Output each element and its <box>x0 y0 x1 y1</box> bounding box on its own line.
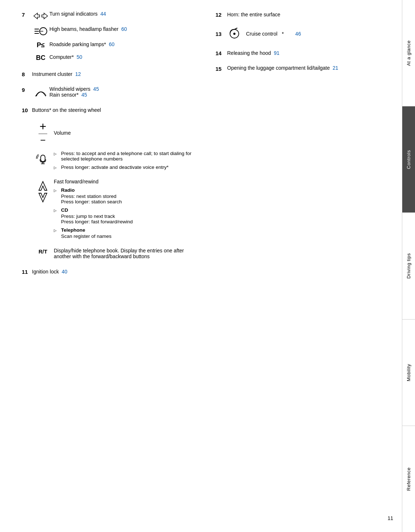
turn-signal-label: Turn signal indicators 44 <box>49 11 194 17</box>
phone-bullets: ▷ Press: to accept and end a telephone c… <box>54 151 194 173</box>
volume-group: + − Volume <box>32 121 194 145</box>
item-13-label: Cruise control <box>246 31 277 37</box>
sidebar-section-reference[interactable]: Reference <box>402 426 415 532</box>
item-number-7: 7 <box>22 11 32 18</box>
item-11-block: 11 Ignition lock 40 <box>22 268 194 275</box>
sidebar-section-at-a-glance[interactable]: At a glance <box>402 0 415 106</box>
item-8-page: 12 <box>75 71 81 77</box>
high-beams-label: High beams, headlamp flasher 60 <box>49 26 194 32</box>
item-13-block: 13 Cruise control* 46 <box>215 27 387 41</box>
item-number-15: 15 <box>215 65 227 72</box>
forward-rewind-group: Fast forward/rewind ▷ Radio Press: next … <box>32 179 194 242</box>
down-arrow-icon <box>37 193 48 203</box>
high-beams-row: High beams, headlamp flasher 60 <box>32 26 194 36</box>
rain-sensor-label: Rain sensor* 45 <box>49 92 99 98</box>
sidebar-section-driving-tips[interactable]: Driving tips <box>402 213 415 319</box>
item-9-block: 9 Windshield wipers 45 <box>22 86 194 98</box>
item-14-label: Releasing the hood <box>227 50 271 56</box>
svg-marker-1 <box>42 13 48 19</box>
item-15-block: 15 Opening the luggage compartment lid/t… <box>215 65 387 72</box>
item-15-page: 21 <box>333 65 338 71</box>
item-12-block: 12 Horn: the entire surface <box>215 11 387 18</box>
sidebar: At a glance Controls Driving tips Mobili… <box>402 0 415 532</box>
computer-icon: BC <box>32 54 49 62</box>
wipers-content: Windshield wipers 45 Rain sensor* 45 <box>49 86 99 98</box>
turn-signal-icon <box>32 11 49 21</box>
computer-label: Computer* 50 <box>49 54 194 60</box>
phone-button-icon <box>32 151 54 165</box>
item-12-label: Horn: the entire surface <box>227 12 280 17</box>
svg-marker-0 <box>34 13 40 19</box>
right-column: 12 Horn: the entire surface 13 <box>208 11 387 510</box>
item-10-block: 10 Buttons* on the steering wheel + − Vo… <box>22 106 194 259</box>
fast-forward-label: Fast forward/rewind <box>54 179 133 184</box>
volume-label: Volume <box>54 130 71 136</box>
up-arrow-icon <box>37 180 48 190</box>
sidebar-section-mobility[interactable]: Mobility <box>402 320 415 426</box>
item-number-13: 13 <box>215 30 227 37</box>
item-15-label: Opening the luggage compartment lid/tail… <box>227 65 330 71</box>
wipers-label: Windshield wipers 45 <box>49 86 99 92</box>
item-number-14: 14 <box>215 49 227 56</box>
sidebar-label-mobility: Mobility <box>406 364 411 381</box>
sidebar-section-controls[interactable]: Controls <box>402 106 415 213</box>
item-14-page: 91 <box>274 50 279 56</box>
svg-rect-8 <box>41 155 45 162</box>
turn-signal-row: Turn signal indicators 44 <box>32 11 194 21</box>
high-beams-icon <box>32 26 49 36</box>
item-number-9: 9 <box>22 86 32 93</box>
rt-icon: R/T <box>32 248 54 255</box>
item-11-page: 40 <box>62 269 68 275</box>
svg-line-14 <box>234 28 237 29</box>
item-8-label: Instrument cluster <box>32 71 72 77</box>
forward-rewind-content: Fast forward/rewind ▷ Radio Press: next … <box>54 179 133 242</box>
parking-lamps-label: Roadside parking lamps* 60 <box>49 41 194 47</box>
svg-marker-12 <box>39 193 47 202</box>
item-number-10: 10 <box>22 106 32 113</box>
parking-lamps-row: P≤ Roadside parking lamps* 60 <box>32 41 194 49</box>
left-column: 7 <box>22 11 208 510</box>
parking-lamps-icon: P≤ <box>32 41 49 49</box>
item-number-11: 11 <box>22 268 32 275</box>
main-content: 7 <box>0 0 402 532</box>
bullet-press-accept: ▷ Press: to accept and end a telephone c… <box>54 151 194 162</box>
bullet-telephone: ▷ Telephone Scan register of names <box>54 227 133 239</box>
computer-row: BC Computer* 50 <box>32 54 194 62</box>
page-number: 11 <box>387 515 393 521</box>
sidebar-label-controls: Controls <box>406 150 411 169</box>
page-container: 7 <box>0 0 415 532</box>
forward-rewind-icons <box>32 179 54 203</box>
cruise-control-icon <box>227 27 242 41</box>
rt-group: R/T Display/hide telephone book. Display… <box>32 248 194 259</box>
wipers-icon <box>32 86 49 98</box>
item-14-block: 14 Releasing the hood 91 <box>215 49 387 56</box>
volume-icon: + − <box>32 121 54 145</box>
item-7-block: 7 <box>22 11 194 62</box>
sidebar-label-reference: Reference <box>406 467 411 491</box>
rt-label: Display/hide telephone book. Display the… <box>54 248 194 259</box>
svg-marker-11 <box>39 182 47 190</box>
item-number-12: 12 <box>215 11 227 18</box>
item-number-8: 8 <box>22 70 32 77</box>
item-11-label: Ignition lock <box>32 269 59 275</box>
sidebar-label-at-a-glance: At a glance <box>406 40 411 66</box>
bullet-press-longer-voice: ▷ Press longer: activate and deactivate … <box>54 165 194 170</box>
item-8-block: 8 Instrument cluster 12 <box>22 70 194 77</box>
sidebar-label-driving-tips: Driving tips <box>406 253 411 279</box>
bullet-radio: ▷ Radio Press: next station stored Press… <box>54 187 133 204</box>
item-13-page: 46 <box>295 31 301 37</box>
svg-point-15 <box>233 33 235 35</box>
phone-button-group: ▷ Press: to accept and end a telephone c… <box>32 151 194 173</box>
item-10-label: Buttons* on the steering wheel <box>32 107 101 113</box>
bullet-cd: ▷ CD Press: jump to next track Press lon… <box>54 207 133 224</box>
